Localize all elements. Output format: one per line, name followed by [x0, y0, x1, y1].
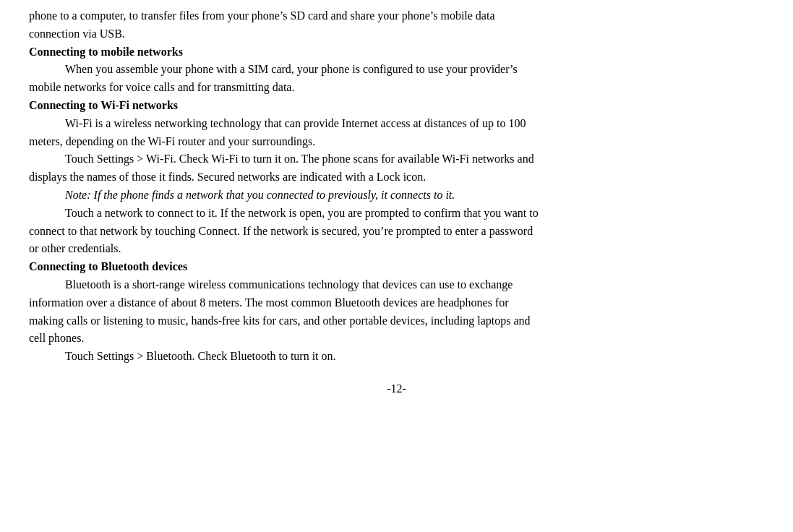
section3-heading: Connecting to Bluetooth devices — [29, 260, 187, 273]
section2-para3-line3: or other credentials. — [29, 242, 121, 254]
section1-heading-line: Connecting to mobile networks — [29, 43, 764, 61]
section3-para1-line1: Bluetooth is a short-range wireless comm… — [65, 278, 513, 291]
section2-para3: Touch a network to connect to it. If the… — [29, 205, 764, 258]
section2-note: Note: If the phone finds a network that … — [29, 186, 764, 205]
intro-text-line1: phone to a computer, to transfer files f… — [29, 9, 495, 22]
section2-para2-line1: Touch Settings > Wi-Fi. Check Wi-Fi to t… — [65, 153, 534, 165]
page-container: phone to a computer, to transfer files f… — [0, 0, 793, 420]
section3-para2-text: Touch Settings > Bluetooth. Check Blueto… — [65, 350, 336, 362]
section2-para1: Wi-Fi is a wireless networking technolog… — [29, 115, 764, 151]
section3-para1-line2: information over a distance of about 8 m… — [29, 296, 509, 309]
section1-heading: Connecting to mobile networks — [29, 46, 183, 58]
section1-para1-line1: When you assemble your phone with a SIM … — [65, 63, 518, 75]
section1-para1-line2: mobile networks for voice calls and for … — [29, 81, 294, 93]
section2-para1-line2: meters, depending on the Wi-Fi router an… — [29, 135, 315, 147]
section2-para3-line2: connect to that network by touching Conn… — [29, 225, 533, 237]
section2-heading: Connecting to Wi-Fi networks — [29, 99, 178, 111]
intro-text-line2: connection via USB. — [29, 27, 125, 40]
section3-heading-line: Connecting to Bluetooth devices — [29, 258, 764, 276]
section3-para1-line3: making calls or listening to music, hand… — [29, 314, 531, 327]
intro-paragraph: phone to a computer, to transfer files f… — [29, 7, 764, 43]
section1-para1: When you assemble your phone with a SIM … — [29, 61, 764, 97]
section2-para2-line2: displays the names of those it finds. Se… — [29, 171, 426, 183]
page-number: -12- — [29, 380, 764, 398]
section3-para2: Touch Settings > Bluetooth. Check Blueto… — [29, 348, 764, 366]
section3-para1-line4: cell phones. — [29, 332, 84, 344]
section2-para1-line1: Wi-Fi is a wireless networking technolog… — [65, 117, 526, 129]
section2-para2: Touch Settings > Wi-Fi. Check Wi-Fi to t… — [29, 150, 764, 186]
section3-para1: Bluetooth is a short-range wireless comm… — [29, 276, 764, 348]
section2-para3-line1: Touch a network to connect to it. If the… — [65, 207, 539, 219]
section2-heading-line: Connecting to Wi-Fi networks — [29, 97, 764, 115]
